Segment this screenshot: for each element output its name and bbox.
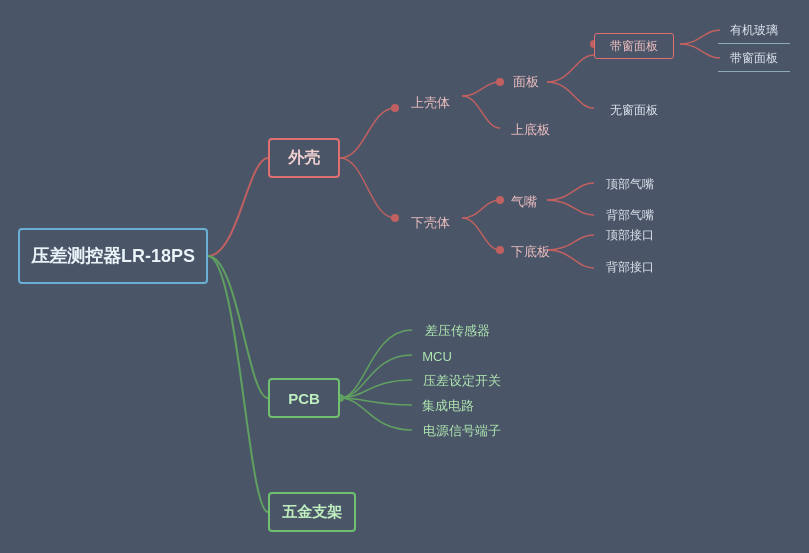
pressure-switch-node: 压差设定开关 xyxy=(412,368,512,394)
top-nozzle-node: 顶部气嘴 xyxy=(594,171,666,197)
upper-shell-label: 上壳体 xyxy=(411,94,450,112)
pressure-switch-label: 压差设定开关 xyxy=(423,372,501,390)
root-label: 压差测控器LR-18PS xyxy=(31,244,195,268)
panel-label: 面板 xyxy=(513,73,539,91)
outer-label: 外壳 xyxy=(288,148,320,169)
lower-bottom-label: 下底板 xyxy=(511,243,550,261)
root-node: 压差测控器LR-18PS xyxy=(18,228,208,284)
lower-bottom-node: 下底板 xyxy=(500,238,560,266)
integrated-circuit-label: 集成电路 xyxy=(422,397,474,415)
upper-bottom-node: 上底板 xyxy=(500,116,560,144)
top-port-node: 顶部接口 xyxy=(594,222,666,248)
organic-glass-label: 有机玻璃 xyxy=(730,22,778,39)
top-port-label: 顶部接口 xyxy=(606,227,654,244)
back-nozzle-label: 背部气嘴 xyxy=(606,207,654,224)
windowed-panel2-label: 带窗面板 xyxy=(730,50,778,67)
nozzle-node: 气嘴 xyxy=(500,188,548,216)
upper-bottom-label: 上底板 xyxy=(511,121,550,139)
power-terminal-label: 电源信号端子 xyxy=(423,422,501,440)
windowed-panel2-node: 带窗面板 xyxy=(718,46,790,72)
hardware-node: 五金支架 xyxy=(268,492,356,532)
windowed-panel-node: 带窗面板 xyxy=(594,33,674,59)
organic-glass-node: 有机玻璃 xyxy=(718,18,790,44)
hardware-label: 五金支架 xyxy=(282,503,342,522)
windowed-panel-label: 带窗面板 xyxy=(610,38,658,55)
outer-node: 外壳 xyxy=(268,138,340,178)
lower-shell-label: 下壳体 xyxy=(411,214,450,232)
nozzle-label: 气嘴 xyxy=(511,193,537,211)
pcb-node: PCB xyxy=(268,378,340,418)
no-window-panel-node: 无窗面板 xyxy=(594,97,674,123)
back-port-label: 背部接口 xyxy=(606,259,654,276)
back-port-node: 背部接口 xyxy=(594,254,666,280)
pressure-sensor-node: 差压传感器 xyxy=(412,318,502,344)
pcb-label: PCB xyxy=(288,390,320,407)
top-nozzle-label: 顶部气嘴 xyxy=(606,176,654,193)
panel-node: 面板 xyxy=(500,68,552,96)
pressure-sensor-label: 差压传感器 xyxy=(425,322,490,340)
mcu-label: MCU xyxy=(422,349,452,364)
integrated-circuit-node: 集成电路 xyxy=(412,393,484,419)
mind-map: 压差测控器LR-18PS 外壳 PCB 五金支架 上壳体 下壳体 面板 上底板 … xyxy=(0,0,809,553)
power-terminal-node: 电源信号端子 xyxy=(412,418,512,444)
lower-shell-node: 下壳体 xyxy=(395,208,465,238)
no-window-panel-label: 无窗面板 xyxy=(610,102,658,119)
mcu-node: MCU xyxy=(412,343,462,369)
upper-shell-node: 上壳体 xyxy=(395,88,465,118)
